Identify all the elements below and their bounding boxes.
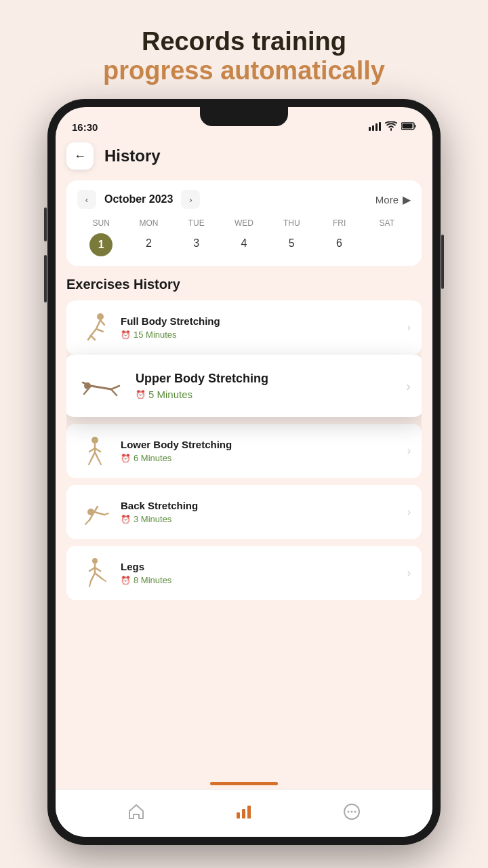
day-sun: SUN xyxy=(77,218,125,228)
svg-rect-14 xyxy=(247,806,251,818)
day-4[interactable]: 4 xyxy=(220,233,268,256)
app-header: ← History xyxy=(66,137,422,180)
nav-home[interactable] xyxy=(127,803,145,825)
svg-rect-2 xyxy=(375,123,378,131)
back-icon: ← xyxy=(74,149,86,163)
svg-rect-3 xyxy=(379,122,381,131)
chevron-full-body: › xyxy=(407,321,411,334)
exercise-card-legs[interactable]: Legs ⏰ 8 Minutes › xyxy=(66,546,422,600)
nav-stats[interactable] xyxy=(235,803,253,825)
exercise-name-full-body: Full Body Stretching xyxy=(121,315,399,327)
stats-icon xyxy=(235,803,253,825)
day-thu: THU xyxy=(268,218,315,228)
back-button[interactable]: ← xyxy=(66,142,94,170)
promo-header: Records training progress automatically xyxy=(103,27,385,85)
clock-icon-back: ⏰ xyxy=(121,515,131,524)
more-label: More xyxy=(375,194,399,205)
day-6[interactable]: 6 xyxy=(315,233,363,256)
calendar-month: October 2023 xyxy=(104,193,173,205)
status-icons xyxy=(369,121,416,133)
day-1[interactable]: 1 xyxy=(89,233,113,256)
days-header: SUN MON TUE WED THU FRI SAT xyxy=(77,218,411,228)
svg-point-9 xyxy=(92,437,98,443)
battery-icon xyxy=(401,122,416,132)
clock-icon: ⏰ xyxy=(121,330,131,340)
calendar-header: ‹ October 2023 › More ▶ xyxy=(77,190,411,209)
exercise-info-full-body: Full Body Stretching ⏰ 15 Minutes xyxy=(121,315,399,340)
regular-cards: Lower Body Stretching ⏰ 6 Minutes › xyxy=(66,424,422,600)
svg-rect-0 xyxy=(369,127,371,131)
exercise-info-back: Back Stretching ⏰ 3 Minutes xyxy=(121,500,399,524)
more-button[interactable]: More ▶ xyxy=(375,193,411,206)
section-title: Exercises History xyxy=(66,277,422,292)
exercise-figure-upper-body xyxy=(77,366,125,406)
exercise-name-back: Back Stretching xyxy=(121,500,399,511)
exercise-info-upper-body: Upper Body Stretching ⏰ 5 Minutes xyxy=(136,372,395,400)
svg-rect-1 xyxy=(372,125,374,131)
calendar-more-icon: ▶ xyxy=(403,193,411,206)
chevron-upper-body: › xyxy=(406,378,411,394)
wifi-icon xyxy=(385,121,397,133)
svg-point-17 xyxy=(350,810,352,812)
home-icon xyxy=(127,803,145,825)
chevron-back: › xyxy=(407,506,411,518)
exercises-wrapper: Full Body Stretching ⏰ 15 Minutes › xyxy=(66,300,422,782)
calendar-nav: ‹ October 2023 › xyxy=(77,190,200,209)
promo-line1: Records training xyxy=(103,27,385,56)
status-time: 16:30 xyxy=(72,121,98,133)
duration-text-legs: 8 Minutes xyxy=(134,575,171,585)
duration-text-lower-body: 6 Minutes xyxy=(134,453,171,463)
day-5[interactable]: 5 xyxy=(268,233,315,256)
svg-rect-13 xyxy=(242,809,245,818)
page-title: History xyxy=(104,146,161,165)
svg-point-7 xyxy=(97,313,104,320)
featured-card-wrapper: Upper Body Stretching ⏰ 5 Minutes › xyxy=(66,355,422,417)
day-fri: FRI xyxy=(315,218,363,228)
exercise-name-lower-body: Lower Body Stretching xyxy=(121,439,399,450)
chevron-lower-body: › xyxy=(407,445,411,457)
exercises-section: Exercises History xyxy=(66,277,422,782)
clock-icon-upper: ⏰ xyxy=(136,390,146,399)
phone-notch xyxy=(200,107,288,126)
days-row: 1 2 3 4 5 6 xyxy=(77,233,411,256)
exercise-figure-full-body xyxy=(77,310,113,345)
exercise-info-lower-body: Lower Body Stretching ⏰ 6 Minutes xyxy=(121,439,399,463)
day-7[interactable] xyxy=(363,233,411,256)
exercise-figure-back xyxy=(77,494,113,530)
svg-point-18 xyxy=(354,810,356,812)
exercise-card-upper-body[interactable]: Upper Body Stretching ⏰ 5 Minutes › xyxy=(66,355,422,417)
chevron-legs: › xyxy=(407,567,411,579)
svg-rect-5 xyxy=(403,124,413,129)
day-sat: SAT xyxy=(363,218,411,228)
duration-text-back: 3 Minutes xyxy=(134,514,171,524)
exercise-duration-full-body: ⏰ 15 Minutes xyxy=(121,330,399,340)
exercise-duration-upper-body: ⏰ 5 Minutes xyxy=(136,389,395,400)
promo-line2: progress automatically xyxy=(103,56,385,85)
exercise-info-legs: Legs ⏰ 8 Minutes xyxy=(121,561,399,585)
nav-more[interactable] xyxy=(343,803,361,825)
exercise-duration-legs: ⏰ 8 Minutes xyxy=(121,575,399,585)
day-3[interactable]: 3 xyxy=(173,233,220,256)
day-mon: MON xyxy=(125,218,172,228)
phone-frame: 16:30 xyxy=(47,99,441,845)
day-2[interactable]: 2 xyxy=(125,233,172,256)
bottom-nav xyxy=(56,789,432,837)
exercise-card-lower-body[interactable]: Lower Body Stretching ⏰ 6 Minutes › xyxy=(66,424,422,478)
clock-icon-lower: ⏰ xyxy=(121,454,131,463)
bottom-indicator xyxy=(210,782,278,785)
exercise-duration-lower-body: ⏰ 6 Minutes xyxy=(121,453,399,463)
calendar-section: ‹ October 2023 › More ▶ SUN MON TUE WED … xyxy=(66,180,422,266)
app-content: ← History ‹ October 2023 › More ▶ xyxy=(56,137,432,782)
exercise-card-full-body[interactable]: Full Body Stretching ⏰ 15 Minutes › xyxy=(66,300,422,355)
exercise-card-back[interactable]: Back Stretching ⏰ 3 Minutes › xyxy=(66,485,422,539)
duration-text-full-body: 15 Minutes xyxy=(134,330,177,340)
exercise-figure-legs xyxy=(77,555,113,591)
more-dots-icon xyxy=(343,803,361,825)
signal-icon xyxy=(369,122,381,133)
next-month-button[interactable]: › xyxy=(181,190,200,209)
day-wed: WED xyxy=(220,218,268,228)
exercise-figure-lower-body xyxy=(77,433,113,469)
svg-point-16 xyxy=(347,810,349,812)
prev-month-button[interactable]: ‹ xyxy=(77,190,96,209)
svg-rect-6 xyxy=(415,125,416,127)
